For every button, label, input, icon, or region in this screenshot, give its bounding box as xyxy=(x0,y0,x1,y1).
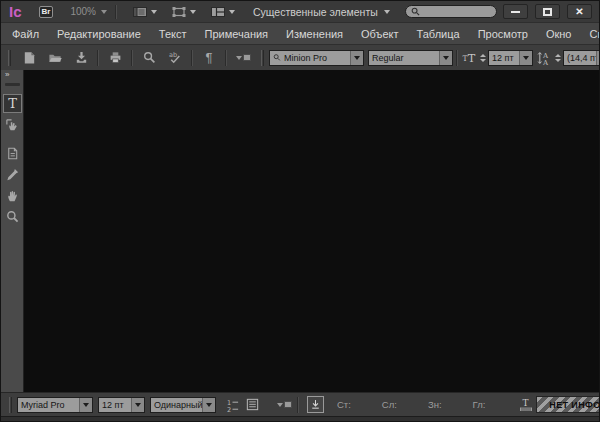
hand-tool-icon xyxy=(5,188,20,203)
workspace-label: Существенные элементы xyxy=(253,6,378,18)
font-family-combo[interactable]: Minion Pro xyxy=(269,50,364,66)
chevron-down-icon xyxy=(190,10,196,14)
chevron-down-icon xyxy=(131,398,144,412)
find-icon xyxy=(142,50,157,65)
font-size-icon: T T xyxy=(462,50,477,65)
menu-file[interactable]: Файл xyxy=(3,28,48,40)
tool-zoom[interactable] xyxy=(3,207,22,226)
bridge-button[interactable]: Br xyxy=(39,6,54,18)
arrow-down-to-line-icon xyxy=(309,398,322,411)
eyedropper-tool-icon xyxy=(5,167,20,182)
menu-bar: Файл Редактирование Текст Примечания Изм… xyxy=(1,22,599,44)
font-size-combo[interactable]: 12 пт xyxy=(488,50,533,66)
toolbar-grip[interactable] xyxy=(8,50,11,66)
status-font-size-combo[interactable]: 12 пт xyxy=(98,397,145,413)
tool-type[interactable]: T xyxy=(3,94,22,113)
menu-help[interactable]: Справка xyxy=(580,28,600,40)
spellcheck-icon: ab xyxy=(167,50,183,65)
tools-panel: » T xyxy=(1,70,24,392)
divider xyxy=(225,50,227,66)
line-numbers-button[interactable]: 1 2 xyxy=(222,396,242,414)
window-frame-edge xyxy=(1,416,599,421)
toolbar-grip[interactable] xyxy=(261,50,264,66)
control-toolbar: ab ¶ Minion Pro Regular T xyxy=(1,44,599,70)
document-canvas xyxy=(24,70,599,392)
tool-note[interactable] xyxy=(3,144,22,163)
menu-type[interactable]: Текст xyxy=(150,28,196,40)
svg-text:T: T xyxy=(468,52,476,65)
open-button[interactable] xyxy=(42,48,68,68)
line-spacing-combo[interactable]: Одинарный и xyxy=(150,397,216,413)
chevron-down-icon xyxy=(384,10,390,14)
view-options-icon xyxy=(132,5,148,19)
panel-grip[interactable] xyxy=(5,83,20,86)
print-icon xyxy=(108,50,123,65)
leading-combo[interactable]: (14,4 пт) xyxy=(563,50,599,66)
save-content-icon xyxy=(74,50,89,65)
divider xyxy=(191,50,193,66)
divider xyxy=(456,50,458,66)
status-bar: Myriad Pro 12 пт Одинарный и 1 2 xyxy=(1,392,599,416)
notes-icon xyxy=(236,54,251,61)
collapse-panel-button[interactable]: » xyxy=(1,71,8,80)
text-ruler-icon: T xyxy=(518,397,534,413)
new-document-button[interactable] xyxy=(16,48,42,68)
pilcrow-icon: ¶ xyxy=(206,51,213,64)
screen-mode-button[interactable] xyxy=(171,5,196,19)
font-family-value: Minion Pro xyxy=(281,51,350,65)
stat-lines-label: Ст: xyxy=(337,399,351,410)
arrange-documents-icon xyxy=(210,5,226,19)
incopy-window: Ic Br 100% xyxy=(0,0,600,422)
workspace-switcher[interactable]: Существенные элементы xyxy=(253,6,390,18)
spellcheck-button[interactable]: ab xyxy=(162,48,188,68)
galley-view-button[interactable] xyxy=(242,396,262,414)
show-hidden-characters-button[interactable]: ¶ xyxy=(196,48,222,68)
menu-notes[interactable]: Примечания xyxy=(196,28,278,40)
menu-object[interactable]: Объект xyxy=(352,28,407,40)
tool-eyedropper[interactable] xyxy=(3,165,22,184)
line-numbers-icon: 1 2 xyxy=(225,397,240,413)
svg-text:T: T xyxy=(8,96,17,111)
type-tool-icon: T xyxy=(5,95,20,111)
menu-edit[interactable]: Редактирование xyxy=(48,28,150,40)
text-ruler-button[interactable]: T xyxy=(516,396,536,414)
leading-stepper[interactable] xyxy=(555,54,561,62)
maximize-button[interactable] xyxy=(535,4,560,19)
close-button[interactable]: ✕ xyxy=(567,4,592,19)
find-button[interactable] xyxy=(136,48,162,68)
font-style-combo[interactable]: Regular xyxy=(368,50,453,66)
statusbar-grip[interactable] xyxy=(9,397,12,413)
status-font-family-combo[interactable]: Myriad Pro xyxy=(17,397,93,413)
search-input[interactable] xyxy=(405,5,497,18)
notes-toggle-button[interactable] xyxy=(274,396,294,414)
incopy-logo: Ic xyxy=(9,4,22,19)
menu-table[interactable]: Таблица xyxy=(408,28,469,40)
divider xyxy=(131,50,133,66)
zoom-level-dropdown[interactable]: 100% xyxy=(70,6,107,17)
view-options-button[interactable] xyxy=(132,5,157,19)
menu-window[interactable]: Окно xyxy=(537,28,581,40)
svg-text:ab: ab xyxy=(169,51,177,59)
chevron-down-icon xyxy=(350,51,363,65)
menu-view[interactable]: Просмотр xyxy=(469,28,537,40)
print-button[interactable] xyxy=(102,48,128,68)
font-size-value: 12 пт xyxy=(489,51,519,65)
divider xyxy=(97,50,99,66)
notes-mode-button[interactable] xyxy=(230,48,256,68)
minimize-button[interactable] xyxy=(503,4,528,19)
menu-track-changes[interactable]: Изменения xyxy=(277,28,352,40)
text-depth-button[interactable] xyxy=(307,396,324,413)
font-style-value: Regular xyxy=(369,51,439,65)
leading-value: (14,4 пт) xyxy=(564,51,596,65)
line-spacing-value: Одинарный и xyxy=(151,398,202,412)
chevron-down-icon xyxy=(596,51,599,65)
new-document-icon xyxy=(22,50,37,65)
minimize-icon xyxy=(511,11,520,13)
application-bar: Ic Br 100% xyxy=(1,1,599,22)
tool-position[interactable] xyxy=(3,115,22,134)
tool-hand[interactable] xyxy=(3,186,22,205)
font-size-stepper[interactable] xyxy=(480,54,486,62)
save-content-button[interactable] xyxy=(68,48,94,68)
arrange-documents-button[interactable] xyxy=(210,5,235,19)
position-tool-icon xyxy=(5,117,20,132)
